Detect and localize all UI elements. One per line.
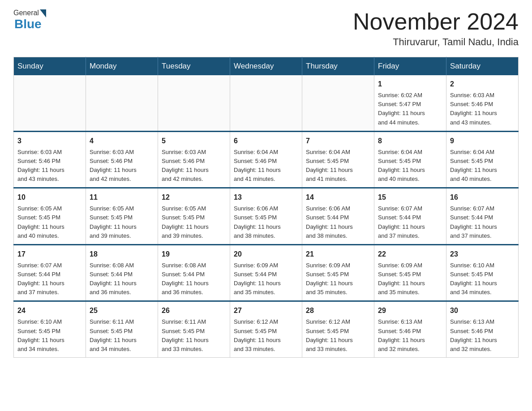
day-info: Sunrise: 6:07 AM Sunset: 5:44 PM Dayligh… xyxy=(450,204,515,240)
calendar-cell: 20Sunrise: 6:09 AM Sunset: 5:44 PM Dayli… xyxy=(230,244,302,301)
day-info: Sunrise: 6:02 AM Sunset: 5:47 PM Dayligh… xyxy=(378,91,442,127)
day-number: 10 xyxy=(17,192,82,203)
calendar-cell: 19Sunrise: 6:08 AM Sunset: 5:44 PM Dayli… xyxy=(158,244,230,301)
day-number: 14 xyxy=(306,192,370,203)
day-info: Sunrise: 6:07 AM Sunset: 5:44 PM Dayligh… xyxy=(17,261,82,297)
day-number: 27 xyxy=(234,305,298,316)
calendar-cell: 28Sunrise: 6:12 AM Sunset: 5:45 PM Dayli… xyxy=(302,301,374,358)
day-info: Sunrise: 6:11 AM Sunset: 5:45 PM Dayligh… xyxy=(162,317,226,354)
calendar-cell: 6Sunrise: 6:04 AM Sunset: 5:46 PM Daylig… xyxy=(230,131,302,188)
calendar-cell: 2Sunrise: 6:03 AM Sunset: 5:46 PM Daylig… xyxy=(446,75,519,131)
day-info: Sunrise: 6:06 AM Sunset: 5:44 PM Dayligh… xyxy=(306,204,370,240)
month-title: November 2024 xyxy=(353,9,519,34)
calendar-cell: 3Sunrise: 6:03 AM Sunset: 5:46 PM Daylig… xyxy=(14,131,86,188)
calendar-week-1: 1Sunrise: 6:02 AM Sunset: 5:47 PM Daylig… xyxy=(14,75,519,131)
day-info: Sunrise: 6:05 AM Sunset: 5:45 PM Dayligh… xyxy=(17,204,82,240)
calendar-cell xyxy=(302,75,374,131)
day-info: Sunrise: 6:05 AM Sunset: 5:45 PM Dayligh… xyxy=(90,204,154,240)
day-number: 25 xyxy=(90,305,154,316)
day-info: Sunrise: 6:03 AM Sunset: 5:46 PM Dayligh… xyxy=(17,148,82,184)
calendar-cell xyxy=(86,75,158,131)
day-number: 7 xyxy=(306,136,370,146)
calendar-cell: 21Sunrise: 6:09 AM Sunset: 5:45 PM Dayli… xyxy=(302,244,374,301)
day-info: Sunrise: 6:09 AM Sunset: 5:45 PM Dayligh… xyxy=(378,261,442,297)
calendar-cell: 17Sunrise: 6:07 AM Sunset: 5:44 PM Dayli… xyxy=(14,244,86,301)
day-info: Sunrise: 6:10 AM Sunset: 5:45 PM Dayligh… xyxy=(450,261,515,297)
day-number: 8 xyxy=(378,136,442,146)
day-number: 12 xyxy=(162,192,226,203)
location-title: Thiruvarur, Tamil Nadu, India xyxy=(353,36,519,48)
day-number: 16 xyxy=(450,192,515,203)
calendar-cell: 4Sunrise: 6:03 AM Sunset: 5:46 PM Daylig… xyxy=(86,131,158,188)
calendar-cell: 25Sunrise: 6:11 AM Sunset: 5:45 PM Dayli… xyxy=(86,301,158,358)
title-block: November 2024 Thiruvarur, Tamil Nadu, In… xyxy=(353,9,519,48)
calendar-cell: 24Sunrise: 6:10 AM Sunset: 5:45 PM Dayli… xyxy=(14,301,86,358)
day-number: 3 xyxy=(17,136,82,146)
logo-blue-text: Blue xyxy=(14,17,42,31)
day-info: Sunrise: 6:08 AM Sunset: 5:44 PM Dayligh… xyxy=(90,261,154,297)
calendar-cell: 13Sunrise: 6:06 AM Sunset: 5:45 PM Dayli… xyxy=(230,188,302,245)
day-info: Sunrise: 6:11 AM Sunset: 5:45 PM Dayligh… xyxy=(90,317,154,354)
calendar-cell: 1Sunrise: 6:02 AM Sunset: 5:47 PM Daylig… xyxy=(374,75,446,131)
day-info: Sunrise: 6:10 AM Sunset: 5:45 PM Dayligh… xyxy=(17,317,82,354)
calendar-cell: 8Sunrise: 6:04 AM Sunset: 5:45 PM Daylig… xyxy=(374,131,446,188)
calendar-cell xyxy=(158,75,230,131)
day-number: 1 xyxy=(378,79,442,90)
column-header-wednesday: Wednesday xyxy=(230,57,302,76)
day-info: Sunrise: 6:03 AM Sunset: 5:46 PM Dayligh… xyxy=(90,148,154,184)
calendar-cell xyxy=(230,75,302,131)
column-header-friday: Friday xyxy=(374,57,446,76)
day-info: Sunrise: 6:04 AM Sunset: 5:45 PM Dayligh… xyxy=(306,148,370,184)
day-info: Sunrise: 6:08 AM Sunset: 5:44 PM Dayligh… xyxy=(162,261,226,297)
day-number: 24 xyxy=(17,305,82,316)
day-number: 28 xyxy=(306,305,370,316)
column-header-thursday: Thursday xyxy=(302,57,374,76)
logo-arrow-icon xyxy=(40,9,46,17)
day-number: 21 xyxy=(306,249,370,260)
day-number: 13 xyxy=(234,192,298,203)
calendar-header: SundayMondayTuesdayWednesdayThursdayFrid… xyxy=(14,57,519,76)
calendar-cell: 23Sunrise: 6:10 AM Sunset: 5:45 PM Dayli… xyxy=(446,244,519,301)
calendar-cell: 22Sunrise: 6:09 AM Sunset: 5:45 PM Dayli… xyxy=(374,244,446,301)
logo: General Blue xyxy=(13,9,46,31)
day-number: 17 xyxy=(17,249,82,260)
calendar-cell xyxy=(14,75,86,131)
page-header: General Blue November 2024 Thiruvarur, T… xyxy=(13,9,519,48)
day-number: 4 xyxy=(90,136,154,146)
calendar-cell: 9Sunrise: 6:04 AM Sunset: 5:45 PM Daylig… xyxy=(446,131,519,188)
calendar-cell: 11Sunrise: 6:05 AM Sunset: 5:45 PM Dayli… xyxy=(86,188,158,245)
day-info: Sunrise: 6:04 AM Sunset: 5:45 PM Dayligh… xyxy=(450,148,515,184)
day-info: Sunrise: 6:05 AM Sunset: 5:45 PM Dayligh… xyxy=(162,204,226,240)
day-number: 11 xyxy=(90,192,154,203)
day-info: Sunrise: 6:12 AM Sunset: 5:45 PM Dayligh… xyxy=(306,317,370,354)
calendar-cell: 29Sunrise: 6:13 AM Sunset: 5:46 PM Dayli… xyxy=(374,301,446,358)
calendar-week-4: 17Sunrise: 6:07 AM Sunset: 5:44 PM Dayli… xyxy=(14,244,519,301)
day-number: 19 xyxy=(162,249,226,260)
day-info: Sunrise: 6:13 AM Sunset: 5:46 PM Dayligh… xyxy=(378,317,442,354)
calendar-cell: 18Sunrise: 6:08 AM Sunset: 5:44 PM Dayli… xyxy=(86,244,158,301)
calendar-header-row: SundayMondayTuesdayWednesdayThursdayFrid… xyxy=(14,57,519,76)
day-number: 6 xyxy=(234,136,298,146)
day-number: 5 xyxy=(162,136,226,146)
calendar-body: 1Sunrise: 6:02 AM Sunset: 5:47 PM Daylig… xyxy=(14,75,519,357)
day-number: 18 xyxy=(90,249,154,260)
calendar-cell: 27Sunrise: 6:12 AM Sunset: 5:45 PM Dayli… xyxy=(230,301,302,358)
calendar-cell: 7Sunrise: 6:04 AM Sunset: 5:45 PM Daylig… xyxy=(302,131,374,188)
day-number: 23 xyxy=(450,249,515,260)
day-info: Sunrise: 6:12 AM Sunset: 5:45 PM Dayligh… xyxy=(234,317,298,354)
calendar-cell: 15Sunrise: 6:07 AM Sunset: 5:44 PM Dayli… xyxy=(374,188,446,245)
day-number: 22 xyxy=(378,249,442,260)
calendar-week-5: 24Sunrise: 6:10 AM Sunset: 5:45 PM Dayli… xyxy=(14,301,519,358)
day-info: Sunrise: 6:04 AM Sunset: 5:45 PM Dayligh… xyxy=(378,148,442,184)
calendar-cell: 12Sunrise: 6:05 AM Sunset: 5:45 PM Dayli… xyxy=(158,188,230,245)
calendar-week-3: 10Sunrise: 6:05 AM Sunset: 5:45 PM Dayli… xyxy=(14,188,519,245)
calendar-cell: 5Sunrise: 6:03 AM Sunset: 5:46 PM Daylig… xyxy=(158,131,230,188)
day-info: Sunrise: 6:13 AM Sunset: 5:46 PM Dayligh… xyxy=(450,317,515,354)
column-header-tuesday: Tuesday xyxy=(158,57,230,76)
column-header-sunday: Sunday xyxy=(14,57,86,76)
day-number: 9 xyxy=(450,136,515,146)
column-header-saturday: Saturday xyxy=(446,57,519,76)
day-info: Sunrise: 6:09 AM Sunset: 5:45 PM Dayligh… xyxy=(306,261,370,297)
day-info: Sunrise: 6:03 AM Sunset: 5:46 PM Dayligh… xyxy=(450,91,515,127)
logo-general-text: General xyxy=(13,9,39,17)
